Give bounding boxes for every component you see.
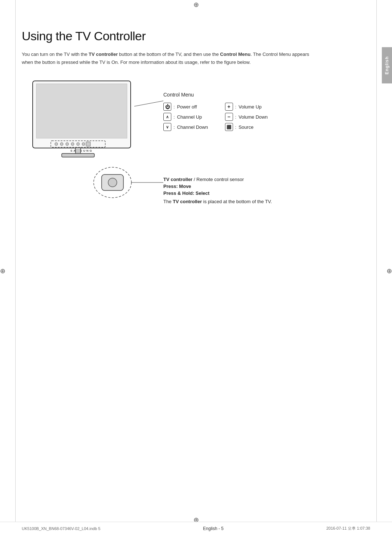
language-tab: English [382,47,392,83]
footer-left-text: UK5100B_XN_BN68-07346V-02_L04.indb 5 [22,526,101,531]
svg-point-5 [60,143,63,145]
control-menu-title: Control Menu [163,92,272,98]
svg-rect-10 [86,142,90,146]
svg-rect-15 [102,174,123,190]
page-title: Using the TV Controller [22,29,370,43]
menu-item-channel-up: ∧ : Channel Up [163,113,211,121]
source-icon: ⬛ [225,123,233,131]
press-hold-label: Press & Hold: Select [163,190,209,196]
svg-point-16 [108,178,117,187]
press-hold-text: Press & Hold: Select [163,190,272,196]
svg-point-8 [77,143,79,145]
menu-item-source: ⬛ : Source [225,123,272,131]
source-label: Source [238,124,253,130]
svg-rect-11 [75,148,81,154]
placement-text: The TV controller is placed at the botto… [163,199,272,204]
svg-point-14 [94,167,131,198]
separator-source: : [235,124,237,130]
crosshair-left-icon [0,267,5,275]
separator-volume-up: : [235,104,237,110]
svg-point-7 [71,143,74,145]
footer-page-number: English - 5 [203,526,224,531]
svg-point-6 [66,143,69,145]
control-menu-section: Control Menu ⏻ : Power off ∧ : Channel U… [163,92,272,204]
separator-volume-down: : [235,114,237,120]
menu-items-grid: ⏻ : Power off ∧ : Channel Up ∨ : Channel… [163,103,272,133]
left-margin-line [15,0,16,522]
volume-down-label: Volume Down [238,114,268,120]
svg-point-9 [82,143,85,145]
menu-item-power: ⏻ : Power off [163,103,211,111]
footer-right-text: 2016-07-11 오후 1:07:38 [326,526,370,531]
controller-description: TV controller / Remote control sensor Pr… [163,177,272,204]
language-label: English [384,56,389,74]
controller-title: TV controller / Remote control sensor [163,177,272,182]
press-move-text: Press: Move [163,184,272,189]
tv-controller-placement-bold: TV controller [173,199,202,204]
svg-point-4 [55,143,58,145]
diagram-area: SAMSUNG Contr [22,77,370,215]
menu-items-right-col: + : Volume Up − : Volume Down ⬛ : Source [225,103,272,133]
svg-line-13 [134,101,163,106]
svg-rect-0 [33,81,131,148]
intro-paragraph: You can turn on the TV with the TV contr… [22,50,319,66]
channel-up-icon: ∧ [163,113,171,121]
volume-up-label: Volume Up [238,104,262,110]
menu-items-left-col: ⏻ : Power off ∧ : Channel Up ∨ : Channel… [163,103,211,133]
separator-channel-down: : [173,124,175,130]
press-label: Press: Move [163,184,191,189]
crosshair-right-icon [387,267,392,275]
volume-up-icon: + [225,103,233,111]
menu-item-channel-down: ∨ : Channel Down [163,123,211,131]
footer: UK5100B_XN_BN68-07346V-02_L04.indb 5 Eng… [0,522,392,531]
volume-down-icon: − [225,113,233,121]
separator-power: : [173,104,175,110]
crosshair-top-icon [192,0,200,7]
channel-down-icon: ∨ [163,123,171,131]
channel-down-label: Channel Down [177,124,208,130]
separator-channel-up: : [173,114,175,120]
menu-item-volume-down: − : Volume Down [225,113,272,121]
svg-rect-12 [62,153,94,157]
main-content: Using the TV Controller You can turn on … [22,29,370,215]
tv-controller-bold: TV controller [89,52,118,57]
control-menu-bold: Control Menu [220,52,250,57]
power-label: Power off [177,104,197,110]
right-margin-line [376,0,377,522]
power-icon: ⏻ [163,103,171,111]
svg-text:SAMSUNG: SAMSUNG [70,149,93,152]
svg-rect-1 [36,84,127,138]
tv-controller-label: TV controller [163,177,192,182]
svg-rect-3 [51,141,105,147]
menu-item-volume-up: + : Volume Up [225,103,272,111]
channel-up-label: Channel Up [177,114,202,120]
